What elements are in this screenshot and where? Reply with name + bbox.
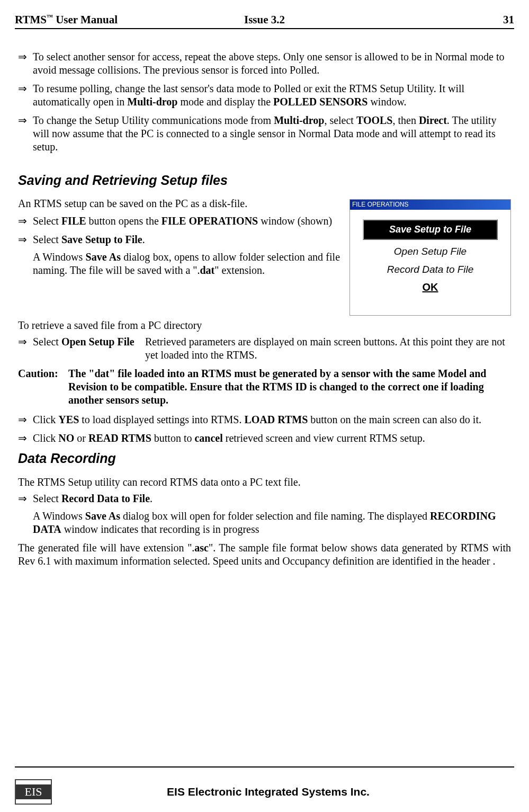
caution-label: Caution:	[18, 367, 68, 407]
ok-button[interactable]: OK	[363, 281, 498, 294]
bullet-click-no: ⇒ Click NO or READ RTMS button to cancel…	[18, 432, 511, 445]
heading-recording: Data Recording	[18, 450, 511, 467]
arrow-icon: ⇒	[18, 114, 33, 154]
header-title: RTMS™ User Manual	[15, 13, 181, 26]
bullet-select-file: ⇒ Select FILE button opens the FILE OPER…	[18, 215, 340, 228]
arrow-icon: ⇒	[18, 432, 33, 445]
header-title-pre: RTMS	[15, 13, 47, 26]
recording-intro: The RTMS Setup utility can record RTMS d…	[18, 476, 511, 489]
caution-text: The "dat" file loaded into an RTMS must …	[68, 367, 511, 407]
caution-block: Caution: The "dat" file loaded into an R…	[18, 367, 511, 407]
bullet-select-sensor: ⇒ To select another sensor for access, r…	[18, 50, 511, 77]
bullet-text: Click NO or READ RTMS button to cancel r…	[33, 432, 511, 445]
bullet-text: Select Record Data to File. A Windows Sa…	[33, 492, 511, 536]
bullet-open-setup: ⇒ Select Open Setup File Retrieved param…	[18, 335, 511, 362]
arrow-icon: ⇒	[18, 233, 33, 277]
arrow-icon: ⇒	[18, 492, 33, 536]
arrow-icon: ⇒	[18, 50, 33, 77]
save-setup-to-file-button[interactable]: Save Setup to File	[363, 219, 498, 240]
page-footer: EIS EIS Electronic Integrated Systems In…	[15, 766, 514, 805]
page-header: RTMS™ User Manual Issue 3.2 31	[15, 13, 514, 29]
bullet-text: Select FILE button opens the FILE OPERAT…	[33, 215, 340, 228]
bullet-text: Select Save Setup to File. A Windows Sav…	[33, 233, 340, 277]
trademark-symbol: ™	[47, 13, 53, 21]
open-setup-file-option[interactable]: Open Setup File	[363, 245, 498, 258]
bullet-change-mode: ⇒ To change the Setup Utility communicat…	[18, 114, 511, 154]
bullet-record-data: ⇒ Select Record Data to File. A Windows …	[18, 492, 511, 536]
bullet-resume-polling: ⇒ To resume polling, change the last sen…	[18, 82, 511, 109]
page-number: 31	[348, 13, 514, 26]
bullet-text: To resume polling, change the last senso…	[33, 82, 511, 109]
bullet-text: Click YES to load displayed settings int…	[33, 413, 511, 426]
footer-text: EIS Electronic Integrated Systems Inc.	[59, 786, 477, 798]
save-sub: A Windows Save As dialog box, opens to a…	[33, 251, 340, 277]
bullet-text: To select another sensor for access, rep…	[33, 50, 511, 77]
open-setup-label: Select Open Setup File	[33, 335, 135, 362]
arrow-icon: ⇒	[18, 335, 33, 362]
eis-logo: EIS	[15, 779, 52, 805]
footer-rule	[15, 766, 514, 768]
figure-file-operations: FILE OPERATIONS Save Setup to File Open …	[349, 199, 511, 316]
heading-saving: Saving and Retrieving Setup files	[18, 172, 511, 189]
figure-titlebar: FILE OPERATIONS	[350, 200, 510, 210]
bullet-text: To change the Setup Utility communicatio…	[33, 114, 511, 154]
record-sub: A Windows Save As dialog box will open f…	[33, 510, 511, 536]
eis-logo-text: EIS	[16, 784, 51, 799]
open-setup-desc: Retrieved parameters are displayed on ma…	[145, 335, 511, 362]
record-data-to-file-option[interactable]: Record Data to File	[363, 263, 498, 276]
bullet-save-setup: ⇒ Select Save Setup to File. A Windows S…	[18, 233, 340, 277]
retrieve-intro: To retrieve a saved file from a PC direc…	[18, 319, 511, 332]
header-issue: Issue 3.2	[181, 13, 347, 26]
arrow-icon: ⇒	[18, 413, 33, 426]
arrow-icon: ⇒	[18, 82, 33, 109]
header-title-post: User Manual	[53, 13, 118, 26]
arrow-icon: ⇒	[18, 215, 33, 228]
generated-file-paragraph: The generated file will have extension "…	[18, 541, 511, 568]
bullet-click-yes: ⇒ Click YES to load displayed settings i…	[18, 413, 511, 426]
